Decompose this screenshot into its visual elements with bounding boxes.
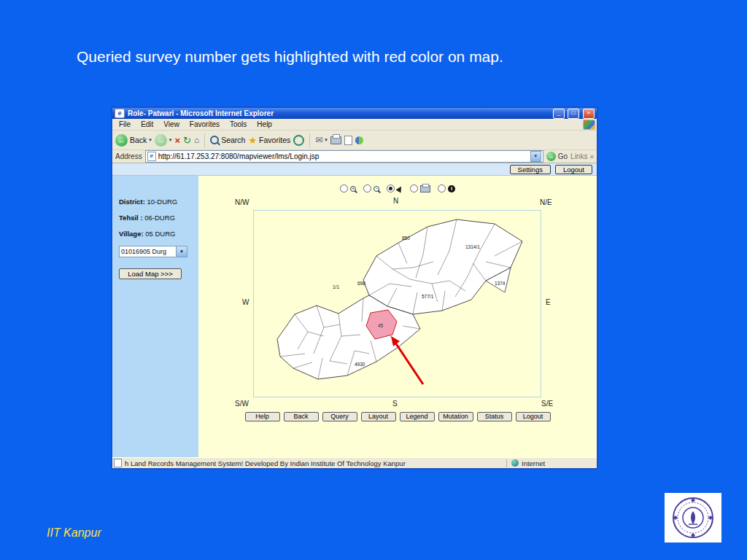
map-parcel-label: 698	[357, 281, 365, 286]
pan-radio[interactable]	[387, 184, 395, 192]
info-radio[interactable]	[438, 184, 446, 192]
map-print-icon	[420, 185, 430, 192]
maximize-button[interactable]: □	[568, 109, 579, 119]
status-bar: h Land Records Management System! Develo…	[112, 457, 597, 468]
address-field[interactable]: e ▾	[145, 150, 543, 163]
close-button[interactable]: ×	[583, 109, 595, 119]
forward-dropdown-icon[interactable]: ▾	[169, 137, 172, 143]
zoom-in-icon: +	[350, 186, 356, 192]
zoom-in-radio[interactable]	[340, 184, 348, 192]
history-button[interactable]	[293, 135, 304, 146]
toolbar-separator	[204, 133, 205, 147]
favorites-button[interactable]: ★ Favorites	[248, 135, 290, 146]
security-zone: Internet	[506, 459, 595, 467]
minimize-button[interactable]: _	[553, 109, 565, 119]
top-strip: Settings Logout	[112, 163, 597, 176]
layout-button[interactable]: Layout	[361, 412, 396, 421]
refresh-button[interactable]: ↻	[183, 135, 191, 146]
address-bar: Address e ▾ → Go Links »	[112, 150, 597, 163]
compass-sw: S/W	[235, 400, 249, 408]
settings-button[interactable]: Settings	[510, 165, 551, 174]
document-icon	[114, 459, 122, 467]
links-menu[interactable]: Links »	[570, 152, 594, 160]
tehsil-label: Tehsil :	[119, 214, 143, 222]
query-button[interactable]: Query	[322, 412, 357, 421]
home-button[interactable]: ⌂	[194, 135, 199, 145]
mail-button[interactable]: ✉▾	[315, 135, 328, 145]
iitk-seal-icon	[671, 496, 715, 540]
compass-nw: N/W	[235, 198, 249, 206]
address-input[interactable]	[158, 151, 528, 162]
back-label: Back	[130, 136, 147, 144]
cadastral-map[interactable]: 45 850 1314/1 1374 698 577/1 1/1 4930	[254, 211, 541, 397]
page-content: District: 10-DURG Tehsil : 06-DURG Villa…	[112, 176, 597, 457]
history-icon	[293, 135, 304, 146]
map-parcel-label: 577/1	[422, 294, 434, 299]
back-dropdown-icon[interactable]: ▾	[149, 137, 152, 143]
edit-button[interactable]	[344, 136, 352, 145]
map-parcel-label: 1/1	[333, 284, 339, 289]
tehsil-value: 06-DURG	[144, 214, 175, 222]
links-label: Links	[570, 152, 587, 160]
compass-s: S	[392, 400, 398, 408]
print-tool[interactable]	[410, 184, 430, 192]
legend-button[interactable]: Legend	[400, 412, 435, 421]
map-print-radio[interactable]	[410, 184, 418, 192]
ie-icon: e	[115, 109, 125, 118]
map-tool-radios: + -	[198, 184, 597, 192]
load-map-button[interactable]: Load Map >>>	[119, 268, 182, 279]
browser-toolbar: ← Back ▾ → ▾ × ↻ ⌂ Search ★ Favorites ✉▾	[112, 131, 597, 150]
back-map-button[interactable]: Back	[284, 412, 319, 421]
zoom-out-radio[interactable]	[363, 184, 371, 192]
status-text: h Land Records Management System! Develo…	[125, 459, 503, 467]
village-select[interactable]: 01016905 Durg ▾	[119, 246, 187, 257]
status-button[interactable]: Status	[477, 412, 512, 421]
search-label: Search	[221, 136, 245, 144]
menu-view[interactable]: View	[158, 120, 185, 128]
print-button[interactable]	[330, 136, 341, 144]
info-tool[interactable]: i	[438, 184, 455, 192]
mail-dropdown-icon: ▾	[325, 137, 328, 143]
menu-tools[interactable]: Tools	[225, 120, 252, 128]
map-panel: + -	[198, 176, 597, 457]
toolbar-separator	[309, 133, 310, 147]
zoom-in-tool[interactable]: +	[340, 184, 356, 192]
logout-map-button[interactable]: Logout	[516, 412, 551, 421]
menu-file[interactable]: File	[114, 120, 136, 128]
district-label: District:	[119, 198, 145, 206]
highlighted-parcel-label: 45	[378, 323, 384, 328]
edit-icon	[344, 136, 352, 145]
village-label: Village:	[119, 230, 144, 238]
page-icon: e	[147, 152, 156, 161]
map-viewport[interactable]: 45 850 1314/1 1374 698 577/1 1/1 4930	[253, 210, 541, 397]
village-line: Village: 05 DURG	[119, 230, 196, 238]
address-dropdown-icon[interactable]: ▾	[530, 151, 541, 162]
mutation-button[interactable]: Mutation	[438, 412, 473, 421]
menu-favorites[interactable]: Favorites	[185, 120, 225, 128]
search-icon	[210, 136, 219, 144]
browser-titlebar[interactable]: e Role- Patwari - Microsoft Internet Exp…	[112, 108, 597, 119]
info-icon: i	[448, 185, 455, 192]
windows-logo-icon	[583, 120, 595, 130]
village-select-value: 01016905 Durg	[121, 248, 166, 255]
logout-button[interactable]: Logout	[555, 165, 592, 174]
slide-footer: IIT Kanpur	[47, 526, 101, 540]
back-button[interactable]: ← Back ▾	[115, 134, 152, 147]
stop-button[interactable]: ×	[174, 135, 180, 146]
favorites-icon: ★	[248, 135, 257, 146]
menu-bar: File Edit View Favorites Tools Help	[112, 119, 597, 131]
select-dropdown-icon[interactable]: ▾	[176, 246, 187, 257]
slide: Queried survey number gets highlighted w…	[0, 0, 747, 560]
go-button[interactable]: → Go	[546, 152, 568, 161]
zone-label: Internet	[522, 459, 545, 467]
menu-help[interactable]: Help	[252, 120, 277, 128]
messenger-button[interactable]	[355, 136, 363, 144]
search-button[interactable]: Search	[210, 136, 245, 144]
favorites-label: Favorites	[259, 136, 290, 144]
zoom-out-tool[interactable]: -	[363, 184, 379, 192]
pan-tool[interactable]	[387, 184, 403, 192]
village-value: 05 DURG	[145, 230, 175, 238]
menu-edit[interactable]: Edit	[136, 120, 158, 128]
forward-button[interactable]: → ▾	[155, 134, 172, 147]
help-button[interactable]: Help	[245, 412, 280, 421]
